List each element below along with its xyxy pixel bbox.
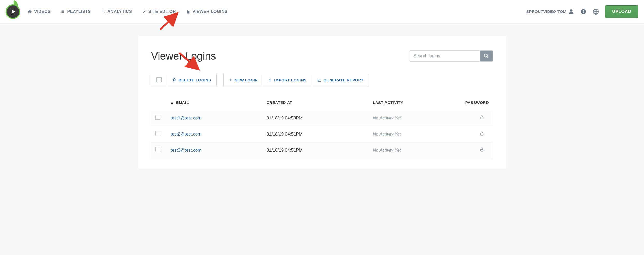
user-area: SPROUTVIDEO-TOM ? Upload: [526, 5, 638, 18]
lock-icon: [480, 147, 484, 152]
import-logins-button[interactable]: Import Logins: [263, 73, 312, 87]
col-activity-header[interactable]: Last Activity: [369, 97, 454, 110]
main-nav: Videos Playlists Analytics Site Editor V…: [27, 9, 227, 14]
nav-viewer-logins[interactable]: Viewer Logins: [186, 9, 227, 14]
action-group: New Login Import Logins Generate Report: [223, 73, 369, 87]
upload-label: Upload: [612, 9, 631, 14]
report-label: Generate Report: [324, 78, 364, 82]
delete-label: Delete Logins: [178, 78, 211, 82]
search-icon: [484, 53, 489, 59]
table-row: test1@test.com 01/18/19 04:50PM No Activ…: [151, 110, 493, 126]
play-logo-icon: [6, 4, 20, 19]
page-title: Viewer Logins: [151, 50, 216, 62]
col-activity-label: Last Activity: [373, 100, 403, 105]
toolbar: Delete Logins New Login Import Logins Ge…: [151, 73, 493, 87]
page-header: Viewer Logins: [151, 50, 493, 62]
email-link[interactable]: test2@test.com: [171, 132, 201, 137]
svg-line-5: [487, 57, 488, 58]
password-lock-button[interactable]: [480, 116, 484, 121]
nav-site-editor[interactable]: Site Editor: [142, 9, 176, 14]
svg-rect-7: [481, 117, 483, 119]
lock-icon: [480, 131, 484, 136]
table-header-row: Email Created At Last Activity Password: [151, 97, 493, 110]
created-at-cell: 01/18/19 04:51PM: [262, 126, 369, 142]
download-icon: [268, 78, 272, 82]
email-link[interactable]: test3@test.com: [171, 148, 201, 153]
home-icon: [27, 9, 32, 14]
plus-icon: [229, 78, 232, 82]
col-password-header: Password: [454, 97, 493, 110]
bar-chart-icon: [101, 9, 105, 14]
table-body: test1@test.com 01/18/19 04:50PM No Activ…: [151, 110, 493, 158]
import-label: Import Logins: [274, 78, 306, 82]
search-input[interactable]: [410, 51, 480, 61]
svg-rect-9: [481, 149, 483, 151]
email-link[interactable]: test1@test.com: [171, 116, 201, 121]
nav-label: Analytics: [108, 9, 132, 14]
new-login-button[interactable]: New Login: [224, 73, 263, 87]
logo[interactable]: [6, 4, 20, 19]
last-activity-cell: No Activity Yet: [373, 116, 401, 121]
delete-logins-button[interactable]: Delete Logins: [167, 73, 216, 87]
nav-playlists[interactable]: Playlists: [60, 9, 91, 14]
username-label: SPROUTVIDEO-TOM: [526, 9, 567, 14]
globe-button[interactable]: [593, 9, 599, 15]
select-delete-group: Delete Logins: [151, 73, 217, 87]
last-activity-cell: No Activity Yet: [373, 148, 401, 153]
created-at-cell: 01/18/19 04:51PM: [262, 142, 369, 158]
nav-label: Viewer Logins: [192, 9, 227, 14]
sort-asc-icon: [171, 102, 173, 104]
nav-analytics[interactable]: Analytics: [101, 9, 132, 14]
search-button[interactable]: [480, 51, 493, 61]
lock-icon: [186, 9, 190, 14]
wand-icon: [142, 9, 146, 14]
svg-rect-8: [481, 133, 483, 135]
upload-button[interactable]: Upload: [605, 5, 638, 18]
new-login-label: New Login: [234, 78, 258, 82]
table-row: test2@test.com 01/18/19 04:51PM No Activ…: [151, 126, 493, 142]
nav-label: Videos: [34, 9, 51, 14]
col-created-header[interactable]: Created At: [262, 97, 369, 110]
row-checkbox[interactable]: [155, 131, 160, 136]
col-email-header[interactable]: Email: [167, 97, 262, 110]
search-wrap: [410, 50, 493, 62]
username-menu[interactable]: SPROUTVIDEO-TOM: [526, 9, 574, 15]
password-lock-button[interactable]: [480, 132, 484, 137]
nav-label: Playlists: [67, 9, 91, 14]
nav-label: Site Editor: [148, 9, 176, 14]
help-button[interactable]: ?: [580, 9, 586, 15]
help-icon: ?: [580, 9, 586, 15]
col-created-label: Created At: [267, 100, 292, 105]
user-icon: [568, 9, 574, 15]
logins-table: Email Created At Last Activity Password …: [151, 97, 493, 158]
row-checkbox[interactable]: [155, 115, 160, 120]
table-row: test3@test.com 01/18/19 04:51PM No Activ…: [151, 142, 493, 158]
created-at-cell: 01/18/19 04:50PM: [262, 110, 369, 126]
page-card: Viewer Logins Delete Logins New Login: [138, 36, 506, 169]
topbar: Videos Playlists Analytics Site Editor V…: [0, 0, 644, 23]
row-checkbox[interactable]: [155, 147, 160, 152]
line-chart-icon: [317, 78, 321, 82]
select-all-checkbox[interactable]: [151, 73, 167, 87]
svg-text:?: ?: [582, 10, 585, 14]
col-password-label: Password: [465, 100, 489, 105]
col-email-label: Email: [176, 100, 189, 105]
last-activity-cell: No Activity Yet: [373, 132, 401, 137]
list-icon: [60, 9, 65, 14]
nav-videos[interactable]: Videos: [27, 9, 51, 14]
globe-icon: [593, 9, 599, 15]
checkbox-icon: [156, 77, 162, 82]
trash-icon: [172, 78, 176, 82]
password-lock-button[interactable]: [480, 148, 484, 153]
generate-report-button[interactable]: Generate Report: [312, 73, 369, 87]
lock-icon: [480, 115, 484, 120]
svg-point-4: [484, 54, 488, 57]
